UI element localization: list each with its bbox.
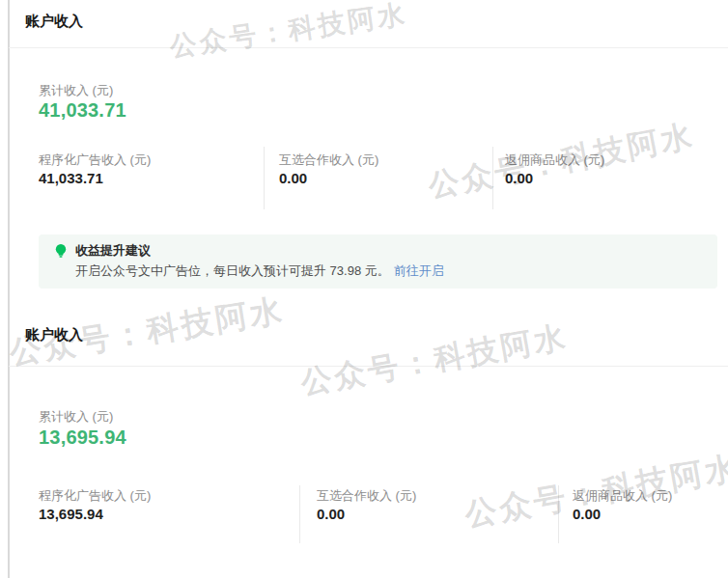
go-enable-link[interactable]: 前往开启: [394, 263, 444, 278]
column-divider: [492, 147, 493, 209]
section-divider: [9, 47, 728, 48]
total-income-value: 13,695.94: [39, 427, 126, 449]
programmatic-ad-income-label: 程序化广告收入 (元): [39, 487, 151, 505]
lightbulb-icon: [53, 243, 69, 259]
mutual-selection-income-value: 0.00: [279, 170, 307, 186]
watermark-text: 公众号：科技阿水: [297, 317, 571, 405]
commission-goods-income-label: 返佣商品收入 (元): [573, 487, 672, 505]
account-income-page: 账户收入 累计收入 (元) 41,033.71 程序化广告收入 (元) 41,0…: [0, 0, 728, 578]
tip-body-text: 开启公众号文中广告位，每日收入预计可提升 73.98 元。: [75, 263, 390, 278]
total-income-label: 累计收入 (元): [39, 82, 113, 99]
commission-goods-income-value: 0.00: [573, 506, 601, 522]
total-income-label: 累计收入 (元): [39, 408, 113, 426]
column-divider: [558, 485, 559, 543]
mutual-selection-income-value: 0.00: [317, 506, 345, 522]
tip-title: 收益提升建议: [75, 242, 151, 260]
commission-goods-income-label: 返佣商品收入 (元): [505, 151, 604, 169]
section-title: 账户收入: [25, 326, 83, 344]
section-title: 账户收入: [25, 13, 83, 31]
content-left-border: [8, 0, 10, 578]
column-divider: [299, 485, 300, 543]
mutual-selection-income-label: 互选合作收入 (元): [317, 487, 416, 505]
watermark-text: 公众号：科技阿水: [167, 0, 409, 66]
total-income-value: 41,033.71: [39, 99, 126, 122]
mutual-selection-income-label: 互选合作收入 (元): [279, 151, 378, 169]
programmatic-ad-income-value: 41,033.71: [39, 170, 103, 186]
section-divider: [9, 366, 728, 367]
commission-goods-income-value: 0.00: [505, 170, 533, 186]
revenue-tip-box: 收益提升建议 开启公众号文中广告位，每日收入预计可提升 73.98 元。前往开启: [39, 234, 717, 289]
programmatic-ad-income-label: 程序化广告收入 (元): [39, 151, 151, 169]
column-divider: [264, 147, 265, 209]
programmatic-ad-income-value: 13,695.94: [39, 506, 103, 522]
tip-body: 开启公众号文中广告位，每日收入预计可提升 73.98 元。前往开启: [75, 262, 444, 280]
